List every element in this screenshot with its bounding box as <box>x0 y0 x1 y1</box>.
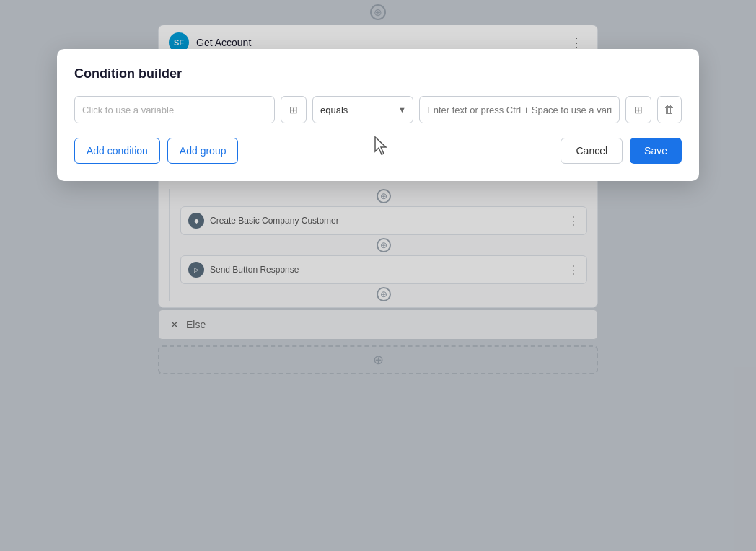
trash-icon: 🗑 <box>664 103 675 116</box>
variable-placeholder: Click to use a variable <box>82 105 174 115</box>
operator-wrapper: equals not equals contains not contains … <box>312 96 413 123</box>
save-button[interactable]: Save <box>630 138 682 164</box>
operator-select[interactable]: equals not equals contains not contains … <box>312 96 413 123</box>
variable-input[interactable]: Click to use a variable <box>74 96 275 123</box>
footer-left-actions: Add condition Add group <box>74 138 238 164</box>
condition-builder-row: Click to use a variable ⊞ equals not equ… <box>74 96 682 123</box>
variable-filter-button[interactable]: ⊞ <box>281 96 307 123</box>
add-group-button[interactable]: Add group <box>167 138 239 164</box>
modal-overlay: Condition builder Click to use a variabl… <box>0 0 756 551</box>
cancel-button[interactable]: Cancel <box>561 138 623 164</box>
modal-title: Condition builder <box>74 66 682 81</box>
footer-right-actions: Cancel Save <box>561 138 682 164</box>
value-input[interactable] <box>419 96 620 123</box>
add-condition-button[interactable]: Add condition <box>74 138 160 164</box>
value-filter-icon: ⊞ <box>634 104 643 115</box>
filter-icon: ⊞ <box>289 104 298 115</box>
value-filter-button[interactable]: ⊞ <box>625 96 651 123</box>
condition-builder-modal: Condition builder Click to use a variabl… <box>57 49 699 181</box>
delete-condition-button[interactable]: 🗑 <box>657 96 682 123</box>
modal-footer: Add condition Add group Cancel Save <box>74 138 682 164</box>
